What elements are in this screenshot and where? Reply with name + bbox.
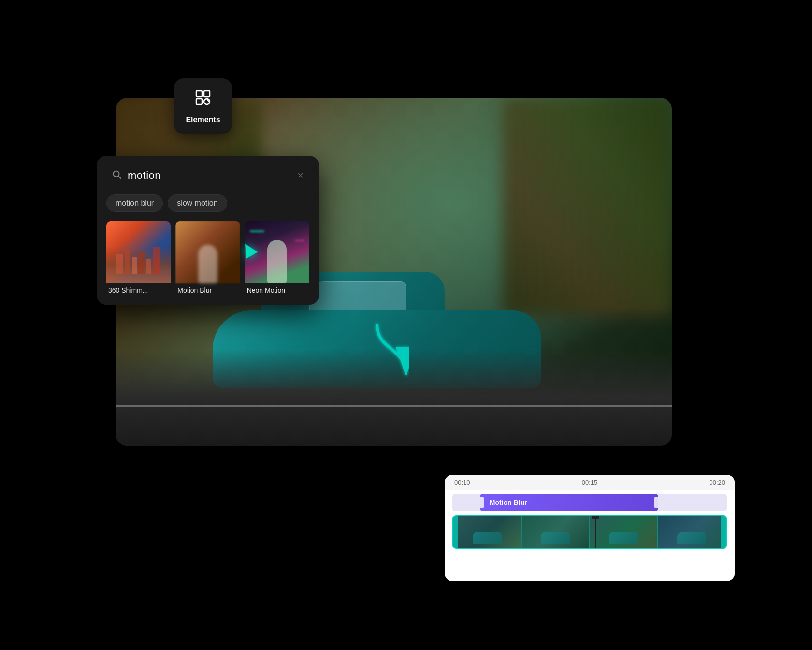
video-frame-2 [522,516,590,548]
timestamp-3: 00:20 [709,479,725,486]
road [116,349,672,446]
video-track-handle-right[interactable] [721,516,726,548]
result-item-360[interactable]: 360 Shimm... [106,221,171,295]
mini-car-4 [677,532,706,544]
video-frame-4 [658,516,726,548]
thumb-person-blur [198,245,218,283]
playhead-head [592,515,599,519]
timeline-panel: 00:10 00:15 00:20 Motion Blur [445,475,735,581]
result-item-neon-motion[interactable]: Neon Motion [245,221,309,295]
timestamp-1: 00:10 [454,479,470,486]
mini-car-3 [609,532,638,544]
mini-car-2 [541,532,570,544]
timeline-tracks: Motion Blur [445,490,735,553]
effect-track-bar[interactable]: Motion Blur [480,494,658,511]
effect-track-label: Motion Blur [490,499,527,506]
suggestion-slow-motion[interactable]: slow motion [168,194,227,212]
video-track-handle-left[interactable] [453,516,458,548]
playhead[interactable] [595,516,596,548]
result-label-neon-motion: Neon Motion [245,283,309,295]
timestamp-2: 00:15 [582,479,598,486]
svg-rect-5 [116,254,123,274]
video-frame-1 [453,516,522,548]
result-label-motion-blur: Motion Blur [175,283,240,295]
elements-panel[interactable]: Elements [174,78,232,134]
search-panel: motion × motion blur slow motion [97,156,319,305]
result-label-360: 360 Shimm... [106,283,171,295]
search-input[interactable]: motion [128,169,291,182]
result-thumb-motion-blur [175,221,240,283]
search-clear-button[interactable]: × [297,169,304,182]
svg-rect-1 [204,91,210,97]
svg-rect-6 [125,250,130,274]
suggestion-motion-blur[interactable]: motion blur [106,194,163,212]
svg-rect-2 [196,99,202,104]
elements-icon [193,88,213,112]
svg-rect-10 [153,247,160,274]
video-track[interactable] [452,515,727,549]
road-line [116,405,672,407]
svg-rect-9 [146,259,151,274]
result-item-motion-blur[interactable]: Motion Blur [175,221,240,295]
effect-track[interactable]: Motion Blur [452,494,727,511]
scene: Elements motion × motion blur slow motio… [68,59,744,591]
svg-rect-0 [196,91,202,97]
elements-icon-card[interactable]: Elements [174,78,232,134]
svg-rect-7 [132,257,137,274]
svg-rect-8 [138,252,145,274]
results-grid: 360 Shimm... Motion Blur Neon Motion [106,221,309,295]
search-bar[interactable]: motion × [106,165,309,186]
timeline-timestamps: 00:10 00:15 00:20 [445,475,735,490]
result-thumb-360 [106,221,171,283]
effect-track-handle-left[interactable] [480,497,484,508]
effect-track-handle-right[interactable] [654,497,658,508]
search-icon [112,170,122,182]
video-frame-3 [590,516,658,548]
mini-car-1 [473,532,502,544]
elements-label: Elements [186,116,220,124]
search-suggestions: motion blur slow motion [106,194,309,212]
thumb-person-neon [267,240,287,283]
